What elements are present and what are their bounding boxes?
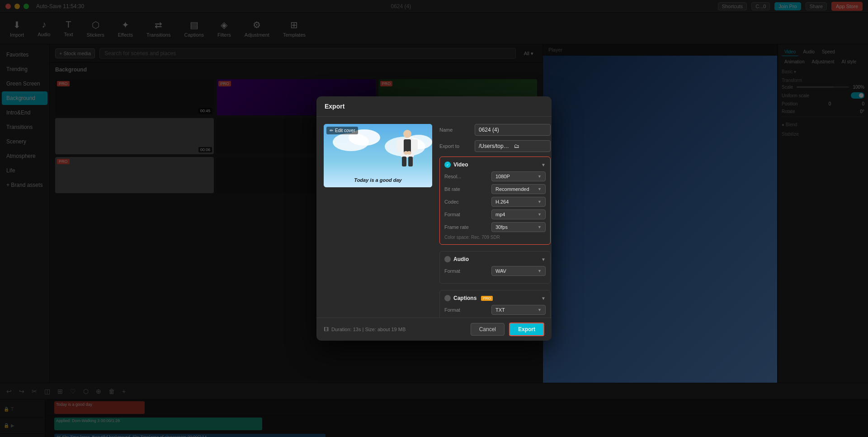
svg-rect-11 <box>413 139 418 152</box>
framerate-select[interactable]: 30fps ▼ <box>491 222 546 232</box>
audio-format-value: WAV <box>495 268 506 274</box>
captions-section-arrow[interactable]: ▼ <box>541 296 546 301</box>
bitrate-row: Bit rate Recommended ▼ <box>444 184 546 194</box>
format-label: Format <box>444 212 460 217</box>
bitrate-arrow: ▼ <box>538 187 542 191</box>
captions-format-row: Format TXT ▼ <box>444 305 546 315</box>
codec-value: H.264 <box>495 199 509 204</box>
preview-thumbnail: Today is a good day ✏ Edit cover <box>324 124 432 187</box>
video-section-arrow[interactable]: ▼ <box>541 162 546 167</box>
name-field-row: Name <box>439 124 551 136</box>
format-value: mp4 <box>495 212 505 217</box>
footer-buttons: Cancel Export <box>471 323 544 336</box>
format-row: Format mp4 ▼ <box>444 209 546 219</box>
audio-section-arrow[interactable]: ▼ <box>541 257 546 262</box>
framerate-label: Frame rate <box>444 224 469 230</box>
cancel-button[interactable]: Cancel <box>471 323 505 336</box>
pencil-icon: ✏ <box>330 128 333 133</box>
captions-section: Captions PRO ▼ Format TXT ▼ <box>439 290 551 318</box>
captions-format-arrow: ▼ <box>538 308 542 312</box>
resolution-select[interactable]: 1080P ▼ <box>491 171 546 181</box>
audio-format-label: Format <box>444 268 460 274</box>
svg-rect-7 <box>404 139 411 153</box>
person-figure <box>396 128 419 169</box>
name-label: Name <box>439 127 471 133</box>
export-to-row: Export to /Users/topgus/Downl... 🗂 <box>439 140 551 152</box>
export-modal: Export <box>316 96 552 341</box>
codec-select[interactable]: H.264 ▼ <box>491 197 546 207</box>
audio-format-row: Format WAV ▼ <box>444 266 546 276</box>
video-section-header: ✓ Video ▼ <box>444 162 546 168</box>
svg-point-13 <box>407 151 411 155</box>
bitrate-select[interactable]: Recommended ▼ <box>491 184 546 194</box>
export-button[interactable]: Export <box>509 323 544 336</box>
codec-arrow: ▼ <box>538 200 542 204</box>
framerate-value: 30fps <box>495 224 508 230</box>
svg-rect-8 <box>402 157 406 166</box>
bitrate-label: Bit rate <box>444 186 460 192</box>
format-arrow: ▼ <box>538 212 542 217</box>
framerate-row: Frame rate 30fps ▼ <box>444 222 546 232</box>
resolution-value: 1080P <box>495 174 510 179</box>
film-icon: 🎞 <box>324 327 329 332</box>
export-to-label: Export to <box>439 143 471 149</box>
video-check[interactable]: ✓ <box>444 162 451 168</box>
captions-section-title: Captions <box>453 295 476 301</box>
captions-check[interactable] <box>444 295 451 301</box>
svg-rect-9 <box>408 157 413 166</box>
codec-row: Codec H.264 ▼ <box>444 197 546 207</box>
modal-title: Export <box>316 96 552 117</box>
color-space-text: Color space: Rec. 709 SDR <box>444 235 546 240</box>
audio-format-arrow: ▼ <box>538 269 542 273</box>
audio-section: Audio ▼ Format WAV ▼ <box>439 251 551 284</box>
video-section-title: Video <box>453 162 468 168</box>
captions-format-value: TXT <box>495 307 505 313</box>
edit-cover-label: Edit cover <box>335 128 355 133</box>
modal-overlay: Export <box>0 0 868 437</box>
edit-cover-btn[interactable]: ✏ Edit cover <box>326 127 358 134</box>
framerate-arrow: ▼ <box>538 225 542 229</box>
modal-preview: Today is a good day ✏ Edit cover <box>324 124 432 310</box>
footer-info: 🎞 Duration: 13s | Size: about 19 MB <box>324 327 406 332</box>
modal-fields: Name Export to /Users/topgus/Downl... 🗂 … <box>439 124 551 310</box>
captions-section-header: Captions PRO ▼ <box>444 295 546 301</box>
audio-section-header: Audio ▼ <box>444 256 546 262</box>
export-path-display[interactable]: /Users/topgus/Downl... 🗂 <box>475 140 551 152</box>
audio-format-select[interactable]: WAV ▼ <box>491 266 546 276</box>
bitrate-value: Recommended <box>495 186 529 192</box>
codec-label: Codec <box>444 199 459 204</box>
modal-body: Today is a good day ✏ Edit cover Name <box>316 117 552 318</box>
resolution-row: Resol... 1080P ▼ <box>444 171 546 181</box>
captions-format-select[interactable]: TXT ▼ <box>491 305 546 315</box>
svg-point-5 <box>403 130 411 138</box>
audio-section-title: Audio <box>453 256 469 262</box>
duration-text: Duration: 13s | Size: about 19 MB <box>331 327 406 332</box>
resolution-arrow: ▼ <box>538 174 542 179</box>
name-input[interactable] <box>475 124 551 136</box>
folder-icon[interactable]: 🗂 <box>514 143 547 149</box>
captions-pro-badge: PRO <box>481 296 492 301</box>
video-section: ✓ Video ▼ Resol... 1080P ▼ Bit rate <box>439 157 551 245</box>
export-path-text: /Users/topgus/Downl... <box>479 143 511 149</box>
captions-format-label: Format <box>444 307 460 313</box>
format-select[interactable]: mp4 ▼ <box>491 209 546 219</box>
audio-check[interactable] <box>444 256 451 262</box>
modal-footer: 🎞 Duration: 13s | Size: about 19 MB Canc… <box>316 318 552 341</box>
svg-rect-10 <box>397 139 401 152</box>
preview-text: Today is a good day <box>328 177 428 183</box>
resolution-label: Resol... <box>444 174 461 179</box>
